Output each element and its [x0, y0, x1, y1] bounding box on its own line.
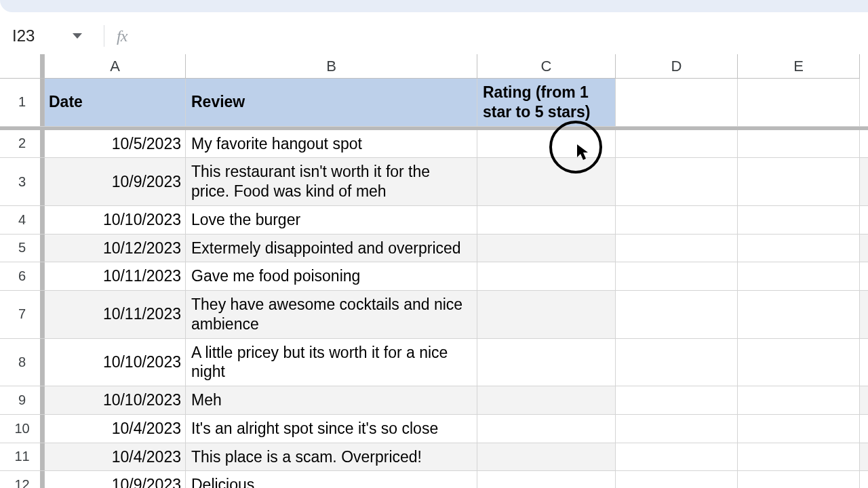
- cell-date[interactable]: 10/11/2023: [45, 262, 186, 290]
- cell-review[interactable]: A little pricey but its worth it for a n…: [186, 339, 477, 386]
- cell[interactable]: [738, 206, 860, 234]
- cell-date[interactable]: 10/4/2023: [45, 415, 186, 443]
- cell[interactable]: [616, 471, 738, 488]
- col-header-E[interactable]: E: [738, 54, 860, 79]
- cell-review[interactable]: Meh: [186, 386, 477, 414]
- cell[interactable]: [616, 262, 738, 290]
- row-header[interactable]: 3: [0, 158, 45, 205]
- cell-date[interactable]: 10/9/2023: [45, 158, 186, 205]
- cell-rating[interactable]: [477, 262, 616, 290]
- table-row: 810/10/2023A little pricey but its worth…: [0, 339, 868, 387]
- cell[interactable]: [616, 79, 738, 126]
- divider: [104, 25, 104, 47]
- cell[interactable]: [616, 386, 738, 414]
- chevron-down-icon[interactable]: [73, 33, 82, 39]
- row-header[interactable]: 8: [0, 339, 45, 386]
- col-header-C[interactable]: C: [477, 54, 616, 79]
- row-header[interactable]: 5: [0, 235, 45, 262]
- table-row: 910/10/2023Meh: [0, 386, 868, 415]
- cell-rating[interactable]: [477, 206, 616, 234]
- cell[interactable]: [616, 339, 738, 386]
- cell[interactable]: [738, 79, 860, 126]
- cell[interactable]: [738, 443, 860, 471]
- cell-date[interactable]: 10/11/2023: [45, 291, 186, 338]
- row-header[interactable]: 9: [0, 386, 45, 414]
- cell[interactable]: [738, 130, 860, 158]
- row-header[interactable]: 6: [0, 262, 45, 290]
- cell-rating[interactable]: [477, 291, 616, 338]
- cell-review[interactable]: It's an alright spot since it's so close: [186, 415, 477, 443]
- formula-bar: I23 fx: [0, 19, 868, 53]
- toolbar-background: [0, 0, 868, 12]
- fx-icon: fx: [117, 27, 127, 45]
- cell-review[interactable]: Gave me food poisoning: [186, 262, 477, 290]
- row-header[interactable]: 11: [0, 443, 45, 471]
- cell-rating[interactable]: [477, 339, 616, 386]
- name-box-value: I23: [12, 26, 35, 45]
- cell-review[interactable]: Extermely disappointed and overpriced: [186, 235, 477, 262]
- cell[interactable]: [616, 130, 738, 158]
- col-header-A[interactable]: A: [45, 54, 186, 79]
- cell-rating[interactable]: [477, 235, 616, 262]
- cell-date[interactable]: 10/9/2023: [45, 471, 186, 488]
- spreadsheet-grid[interactable]: A B C D E 1 Date Review Rating (from 1 s…: [0, 54, 868, 488]
- cell[interactable]: [616, 235, 738, 262]
- col-header-B[interactable]: B: [186, 54, 477, 79]
- table-row: 1110/4/2023This place is a scam. Overpri…: [0, 443, 868, 472]
- cell[interactable]: [738, 291, 860, 338]
- cell[interactable]: [738, 235, 860, 262]
- cell[interactable]: [738, 158, 860, 205]
- cell[interactable]: [616, 443, 738, 471]
- header-rating[interactable]: Rating (from 1 star to 5 stars): [477, 79, 616, 126]
- cell[interactable]: [738, 386, 860, 414]
- row-header[interactable]: 7: [0, 291, 45, 338]
- table-row: 1210/9/2023Delicious: [0, 471, 868, 488]
- row-header[interactable]: 4: [0, 206, 45, 234]
- cell-review[interactable]: Delicious: [186, 471, 477, 488]
- cell[interactable]: [616, 291, 738, 338]
- row-header[interactable]: 1: [0, 79, 45, 126]
- cell-review[interactable]: My favorite hangout spot: [186, 130, 477, 158]
- cell[interactable]: [738, 262, 860, 290]
- cell-review[interactable]: They have awesome cocktails and nice amb…: [186, 291, 477, 338]
- cell-review[interactable]: Love the burger: [186, 206, 477, 234]
- cell-rating[interactable]: [477, 443, 616, 471]
- cell[interactable]: [616, 415, 738, 443]
- row-header[interactable]: 10: [0, 415, 45, 443]
- header-date[interactable]: Date: [45, 79, 186, 126]
- table-row: 610/11/2023Gave me food poisoning: [0, 262, 868, 291]
- cell-review[interactable]: This restaurant isn't worth it for the p…: [186, 158, 477, 205]
- select-all-corner[interactable]: [0, 54, 45, 79]
- table-row: 510/12/2023Extermely disappointed and ov…: [0, 235, 868, 263]
- cell-date[interactable]: 10/5/2023: [45, 130, 186, 158]
- cell[interactable]: [616, 206, 738, 234]
- cell[interactable]: [616, 158, 738, 205]
- header-review[interactable]: Review: [186, 79, 477, 126]
- cell-rating[interactable]: [477, 386, 616, 414]
- cell-date[interactable]: 10/10/2023: [45, 339, 186, 386]
- cell-rating[interactable]: [477, 471, 616, 488]
- table-row: 210/5/2023My favorite hangout spot: [0, 130, 868, 159]
- cell-date[interactable]: 10/12/2023: [45, 235, 186, 262]
- table-row: 1010/4/2023It's an alright spot since it…: [0, 415, 868, 443]
- col-header-D[interactable]: D: [616, 54, 738, 79]
- table-header-row: 1 Date Review Rating (from 1 star to 5 s…: [0, 79, 868, 127]
- cell-review[interactable]: This place is a scam. Overpriced!: [186, 443, 477, 471]
- column-headers: A B C D E: [0, 54, 868, 79]
- cell-rating[interactable]: [477, 158, 616, 205]
- cell-rating[interactable]: [477, 415, 616, 443]
- cell-date[interactable]: 10/4/2023: [45, 443, 186, 471]
- table-row: 310/9/2023This restaurant isn't worth it…: [0, 158, 868, 206]
- cell[interactable]: [738, 471, 860, 488]
- row-header[interactable]: 2: [0, 130, 45, 158]
- cell-rating[interactable]: [477, 130, 616, 158]
- cell[interactable]: [738, 415, 860, 443]
- table-row: 710/11/2023They have awesome cocktails a…: [0, 291, 868, 339]
- cell[interactable]: [738, 339, 860, 386]
- table-row: 410/10/2023Love the burger: [0, 206, 868, 235]
- name-box[interactable]: I23: [0, 22, 92, 49]
- cell-date[interactable]: 10/10/2023: [45, 386, 186, 414]
- row-header[interactable]: 12: [0, 471, 45, 488]
- cell-date[interactable]: 10/10/2023: [45, 206, 186, 234]
